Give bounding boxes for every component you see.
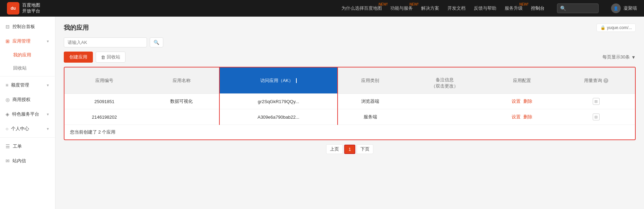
cell-usage: ⊟: [557, 109, 635, 125]
lock-icon: 🔒: [600, 25, 606, 30]
special-service-icon: ◈: [6, 111, 9, 117]
search-button[interactable]: 🔍: [150, 37, 163, 47]
table-row: 25091851 数据可视化 gr2SqGkR179QQy... 浏览器端 设置…: [64, 94, 635, 109]
nav-link-solutions[interactable]: 解决方案: [421, 5, 439, 11]
nav-link-docs[interactable]: 开发文档: [447, 5, 465, 11]
logo[interactable]: du 百度地图 开放平台: [7, 2, 40, 15]
dashboard-icon: ⊟: [6, 24, 10, 29]
chevron-down-icon: ▼: [46, 39, 50, 43]
cell-app-id: 2146198202: [64, 109, 144, 125]
sidebar-item-app-management[interactable]: ⊞ 应用管理 ▼: [0, 34, 55, 48]
action-bar-left: 创建应用 🗑 回收站: [64, 52, 125, 63]
search-icon: 🔍: [154, 40, 159, 45]
sidebar-item-label: 工单: [13, 143, 22, 149]
nav-links: NEW! 为什么选择百度地图 NEW! 功能与服务 解决方案 开发文档 反馈与帮…: [54, 3, 637, 13]
app-count-label: 您当前创建了 2 个应用: [70, 129, 115, 135]
personal-icon: ○: [6, 126, 8, 131]
table-footer-row: 您当前创建了 2 个应用: [64, 125, 635, 140]
sidebar-item-label: 站内信: [12, 158, 26, 164]
nav-link-why[interactable]: NEW! 为什么选择百度地图: [341, 5, 382, 11]
sidebar-item-label: 应用管理: [12, 38, 31, 44]
ak-search-input[interactable]: [64, 37, 147, 47]
sidebar-item-label: 控制台首板: [12, 24, 35, 30]
search-bar: 🔍: [64, 37, 636, 47]
cell-notes[interactable]: [403, 94, 487, 109]
cell-app-type: 服务端: [338, 109, 403, 125]
col-header-app-config: 应用配置: [487, 67, 557, 94]
username: 凝聚喵: [624, 5, 637, 11]
prev-page-button[interactable]: 上页: [326, 144, 343, 154]
cell-app-config: 设置 删除: [487, 94, 557, 109]
col-header-ak: 访问应用（AK）: [219, 67, 338, 94]
sidebar-item-label: 额度管理: [11, 82, 29, 88]
sidebar-item-worklist[interactable]: ☰ 工单: [0, 139, 55, 154]
cell-app-name: 数据可视化: [144, 94, 219, 109]
logo-text: 百度地图 开放平台: [22, 2, 40, 14]
nav-link-console[interactable]: 控制台: [531, 5, 545, 11]
nav-link-service[interactable]: NEW! 服务升级: [505, 5, 523, 11]
sidebar: ⊟ 控制台首板 ⊞ 应用管理 ▼ 我的应用 回收站 ≡ 额度管理 ▼ ◎ 商用授…: [0, 17, 55, 209]
sidebar-item-inbox[interactable]: ✉ 站内信: [0, 154, 55, 168]
sidebar-item-label: 个人中心: [11, 126, 29, 132]
chevron-down-icon: ▼: [46, 112, 50, 116]
usage-help-icon[interactable]: ?: [603, 78, 608, 83]
sidebar-item-quota[interactable]: ≡ 额度管理 ▼: [0, 78, 55, 92]
next-page-button[interactable]: 下页: [357, 144, 373, 154]
config-delete-link[interactable]: 删除: [523, 114, 532, 120]
avatar: 👤: [611, 3, 621, 13]
worklist-icon: ☰: [6, 144, 10, 149]
cell-usage: ⊟: [557, 94, 635, 109]
table-row: 2146198202 A309e6a790bab22... 服务端 设置 删除: [64, 109, 635, 125]
sidebar-sub-label: 回收站: [13, 65, 27, 71]
app-table: 应用编号 应用名称 访问应用（AK） 应用类别: [64, 67, 635, 139]
main-content: 我的应用 🔒 yuque.com/... 🔍 创建应用 🗑 回收站 每页显示30…: [55, 17, 644, 209]
sidebar-item-my-apps[interactable]: 我的应用: [0, 48, 55, 62]
sidebar-sub-label: 我的应用: [13, 52, 31, 57]
cell-app-id: 25091851: [64, 94, 144, 109]
chevron-down-icon: ▼: [631, 55, 636, 60]
create-app-button[interactable]: 创建应用: [64, 52, 93, 63]
cell-notes[interactable]: [403, 109, 487, 125]
action-bar: 创建应用 🗑 回收站 每页显示30条 ▼: [64, 52, 636, 63]
sidebar-item-recycle[interactable]: 回收站: [0, 62, 55, 75]
sidebar-item-personal[interactable]: ○ 个人中心 ▼: [0, 121, 55, 136]
sidebar-item-dashboard[interactable]: ⊟ 控制台首板: [0, 19, 55, 34]
recycle-icon: 🗑: [101, 55, 105, 60]
cell-app-name: [144, 109, 219, 125]
col-header-app-name: 应用名称: [144, 67, 219, 94]
usage-icon[interactable]: ⊟: [593, 113, 600, 120]
user-profile[interactable]: 👤 凝聚喵: [611, 3, 637, 13]
usage-icon[interactable]: ⊟: [593, 98, 600, 105]
sidebar-item-label: 商用授权: [12, 97, 31, 103]
per-page-selector[interactable]: 每页显示30条 ▼: [602, 54, 636, 60]
biz-auth-icon: ◎: [6, 97, 10, 102]
sidebar-item-special-service[interactable]: ◈ 特色服务平台 ▼: [0, 107, 55, 121]
nav-search-box[interactable]: 🔍: [557, 3, 599, 13]
cell-ak[interactable]: gr2SqGkR179QQy...: [219, 94, 338, 109]
search-nav-icon: 🔍: [560, 6, 566, 11]
app-table-container: 应用编号 应用名称 访问应用（AK） 应用类别: [64, 67, 636, 140]
sidebar-item-label: 特色服务平台: [12, 111, 39, 117]
cell-app-type: 浏览器端: [338, 94, 403, 109]
recycle-button[interactable]: 🗑 回收站: [96, 52, 125, 63]
chevron-down-icon: ▼: [46, 83, 50, 87]
col-header-app-type: 应用类别: [338, 67, 403, 94]
current-page-button[interactable]: 1: [344, 145, 355, 154]
config-settings-link[interactable]: 设置: [512, 98, 521, 104]
config-delete-link[interactable]: 删除: [523, 98, 532, 104]
sidebar-item-biz-auth[interactable]: ◎ 商用授权: [0, 92, 55, 107]
config-settings-link[interactable]: 设置: [512, 114, 521, 120]
logo-icon: du: [7, 2, 19, 15]
inbox-icon: ✉: [6, 158, 10, 164]
page-title: 我的应用: [64, 24, 636, 32]
pagination: 上页 1 下页: [64, 140, 636, 158]
quota-icon: ≡: [6, 82, 8, 88]
cursor-indicator: [296, 78, 297, 83]
top-navigation: du 百度地图 开放平台 NEW! 为什么选择百度地图 NEW! 功能与服务 解…: [0, 0, 644, 17]
app-management-icon: ⊞: [6, 38, 10, 44]
nav-link-features[interactable]: NEW! 功能与服务: [390, 5, 413, 11]
cell-ak[interactable]: A309e6a790bab22...: [219, 109, 338, 125]
col-header-notes: 备注信息 （双击更改）: [403, 67, 487, 94]
nav-link-feedback[interactable]: 反馈与帮助: [474, 5, 496, 11]
yuque-link[interactable]: 🔒 yuque.com/...: [597, 24, 636, 32]
